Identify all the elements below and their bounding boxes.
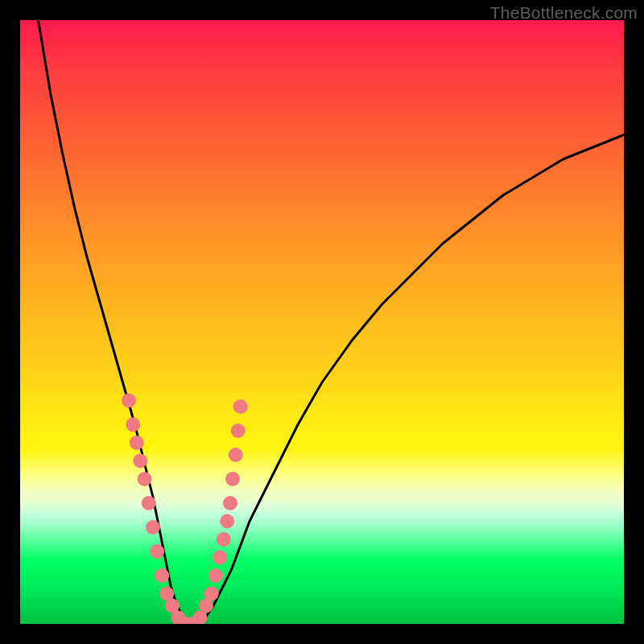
data-point: [213, 551, 227, 565]
data-point: [204, 587, 219, 601]
data-point: [229, 448, 243, 462]
bottleneck-curve: [39, 20, 625, 624]
plot-area: [20, 20, 624, 624]
data-point: [223, 496, 237, 510]
data-point: [142, 496, 156, 510]
data-point: [220, 514, 234, 529]
watermark-text: TheBottleneck.com: [490, 3, 638, 23]
data-point: [138, 472, 152, 486]
data-point: [155, 568, 169, 583]
data-point: [126, 418, 140, 432]
data-point: [133, 454, 147, 469]
data-point: [208, 568, 223, 583]
data-point: [231, 423, 246, 438]
data-point: [122, 394, 136, 408]
data-point: [146, 520, 160, 535]
chart-frame: TheBottleneck.com: [0, 0, 644, 644]
marker-group: [122, 394, 248, 625]
data-point: [130, 436, 144, 450]
data-point: [225, 472, 240, 486]
data-point: [150, 544, 164, 559]
data-point: [217, 532, 231, 547]
curve-layer: [20, 20, 624, 624]
data-point: [233, 399, 248, 414]
